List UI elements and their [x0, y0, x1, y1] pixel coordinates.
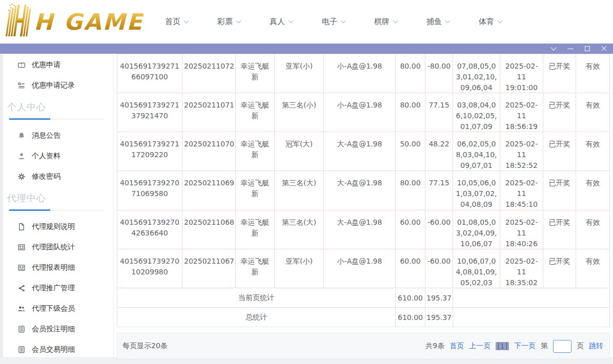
- users-icon: [17, 305, 26, 313]
- maximize-icon: [585, 46, 590, 51]
- cell-winloss: -60.00: [425, 210, 453, 249]
- chevron-down-icon: [498, 18, 503, 24]
- table-row: 40156917392711720922020250211070幸运飞艇新冠军(…: [117, 132, 610, 171]
- first-page-link[interactable]: 首页: [449, 341, 464, 351]
- window-minimize-button[interactable]: [567, 45, 574, 52]
- cell-amount: 60.00: [396, 210, 425, 249]
- sidebar-item-2-5[interactable]: 会员投注明细: [3, 319, 113, 339]
- sidebar-item-label: 会员投注明细: [32, 325, 75, 334]
- summary-empty: [453, 288, 610, 307]
- cell-play: 冠军(大): [275, 132, 324, 170]
- table-row: 40156917392704263664020250211068幸运飞艇新第三名…: [117, 210, 610, 249]
- cell-game: 幸运飞艇新: [236, 249, 275, 288]
- coupon-icon: [17, 61, 26, 69]
- chevron-down-icon: [289, 18, 294, 24]
- cell-order_id: 401569173927010209980: [117, 249, 182, 288]
- sidebar-item-label: 优惠申请: [32, 60, 60, 70]
- cell-status: 已开奖: [543, 171, 576, 210]
- jump-button[interactable]: 跳转: [589, 341, 603, 351]
- window-collapse-button[interactable]: [550, 45, 557, 52]
- nav-item-label: 首页: [165, 17, 180, 27]
- cell-time: 2025-02-11 18:40:26: [500, 210, 543, 249]
- list-icon: [17, 81, 26, 90]
- cell-period: 20250211069: [182, 171, 236, 210]
- summary-empty: [453, 308, 610, 327]
- cell-content: 小-A盘@1.98: [324, 93, 396, 132]
- chevron-down-icon: [236, 18, 241, 24]
- app-header: H GAME 首页彩票真人电子棋牌捕鱼体育: [0, 0, 613, 44]
- bell-icon: [17, 132, 26, 140]
- cell-numbers: 03,08,04,06,10,02,05,01,07,09: [453, 93, 500, 132]
- current-page-indicator[interactable]: [1]: [496, 342, 509, 350]
- cell-period: 20250211071: [182, 93, 236, 132]
- cell-game: 幸运飞艇新: [236, 93, 275, 132]
- chevron-down-icon: [550, 45, 556, 50]
- sidebar-item-2-6[interactable]: 会员交易明细: [3, 339, 113, 360]
- sidebar-item-label: 代理报表明细: [32, 263, 75, 272]
- cell-winloss: -60.00: [425, 249, 453, 288]
- prev-page-link[interactable]: 上一页: [469, 341, 491, 351]
- page-jump-input[interactable]: [553, 340, 571, 353]
- chevron-down-icon: [393, 18, 398, 24]
- sidebar-item-1-2[interactable]: 修改密码: [3, 166, 113, 187]
- sidebar-item-0-0[interactable]: 优惠申请: [3, 55, 113, 75]
- sidebar-item-2-3[interactable]: 代理推广管理: [3, 278, 113, 298]
- cell-valid: 有效: [576, 132, 610, 170]
- summary-amount: 610.00: [396, 308, 425, 327]
- window-maximize-button[interactable]: [584, 45, 591, 52]
- cell-winloss: -80.00: [425, 54, 453, 93]
- document-icon: [17, 223, 26, 231]
- cell-game: 幸运飞艇新: [236, 210, 275, 249]
- sidebar-item-1-0[interactable]: 消息公告: [3, 125, 113, 146]
- cell-amount: 60.00: [396, 249, 425, 288]
- sidebar-item-2-1[interactable]: 代理团队统计: [3, 237, 113, 258]
- chevron-down-icon: [184, 18, 189, 24]
- nav-item-3[interactable]: 真人: [270, 17, 293, 27]
- cell-time: 2025-02-11 19:01:00: [500, 54, 543, 93]
- table-row: 40156917392707106958020250211069幸运飞艇新第三名…: [117, 171, 610, 210]
- cell-order_id: 401569173927071069580: [117, 171, 182, 210]
- sidebar-section-title: 代理中心: [7, 192, 107, 204]
- cell-play: 亚军(小): [275, 54, 324, 93]
- nav-item-5[interactable]: 棋牌: [374, 17, 397, 27]
- cell-period: 20250211072: [182, 54, 236, 93]
- nav-item-4[interactable]: 电子: [322, 17, 345, 27]
- nav-item-6[interactable]: 捕鱼: [426, 17, 449, 27]
- next-page-link[interactable]: 下一页: [514, 341, 536, 351]
- table-row: 40156917392713792147020250211071幸运飞艇新第三名…: [117, 93, 610, 132]
- sidebar-item-2-4[interactable]: 代理下级会员: [3, 298, 113, 319]
- cell-period: 20250211070: [182, 132, 236, 170]
- chevron-down-icon: [445, 18, 451, 24]
- cell-numbers: 07,08,05,03,01,02,10,09,06,04: [453, 54, 500, 93]
- cell-numbers: 01,08,05,03,02,04,09,10,06,07: [453, 210, 500, 249]
- sidebar-item-2-2[interactable]: 代理报表明细: [3, 258, 113, 278]
- nav-item-2[interactable]: 彩票: [217, 17, 240, 27]
- main-nav: 首页彩票真人电子棋牌捕鱼体育: [165, 0, 502, 44]
- cell-winloss: 77.15: [425, 93, 453, 132]
- cell-order_id: 401569173927042636640: [117, 210, 182, 249]
- cell-numbers: 06,02,05,08,03,04,10,09,07,01: [453, 132, 500, 170]
- nav-item-7[interactable]: 体育: [479, 17, 502, 27]
- cell-time: 2025-02-11 18:35:02: [500, 249, 543, 288]
- cell-order_id: 401569173927117209220: [117, 132, 182, 170]
- sidebar-section-header: 代理中心: [3, 190, 113, 210]
- window-close-button[interactable]: [601, 45, 608, 52]
- cell-period: 20250211067: [182, 249, 236, 288]
- sidebar-item-label: 代理规则说明: [32, 222, 75, 231]
- summary-label: 总统计: [117, 308, 396, 327]
- nav-item-1[interactable]: 首页: [165, 17, 188, 27]
- sidebar-item-1-1[interactable]: 个人资料: [3, 146, 113, 166]
- user-icon: [17, 152, 26, 160]
- page-size-label: 每页显示20条: [122, 341, 168, 351]
- cell-status: 已开奖: [543, 93, 576, 132]
- summary-row: 当前页统计610.00195.37: [117, 288, 610, 308]
- cell-play: 亚军(小): [275, 249, 324, 288]
- sidebar-item-0-1[interactable]: 优惠申请记录: [3, 75, 113, 96]
- summary-label: 当前页统计: [117, 288, 396, 307]
- sidebar-item-2-0[interactable]: 代理规则说明: [3, 217, 113, 237]
- cell-order_id: 401569173927166097100: [117, 54, 182, 93]
- cell-valid: 有效: [576, 93, 610, 132]
- nav-item-label: 电子: [322, 17, 337, 27]
- cell-numbers: 10,06,07,04,08,01,09,05,02,03: [453, 249, 500, 288]
- cell-status: 已开奖: [543, 54, 576, 93]
